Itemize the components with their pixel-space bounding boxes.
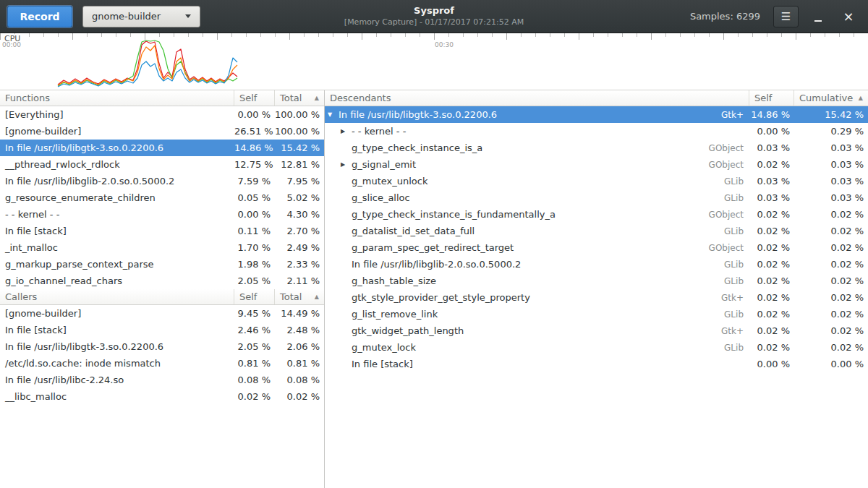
- functions-table-header: Functions Self Total ▲: [0, 90, 324, 106]
- table-row[interactable]: g_list_remove_link GLib 0.02 % 0.02 %: [325, 306, 868, 322]
- expander-icon[interactable]: ▶: [341, 128, 352, 134]
- column-self[interactable]: Self: [749, 90, 794, 106]
- table-row[interactable]: ▶ - - kernel - - 0.00 % 0.29 %: [325, 123, 868, 140]
- function-name-label: - - kernel - -: [352, 126, 406, 137]
- table-row[interactable]: g_mutex_lock GLib 0.02 % 0.02 %: [325, 339, 868, 356]
- function-name: g_resource_enumerate_children: [0, 192, 234, 203]
- function-name: g_markup_parse_context_parse: [0, 259, 234, 270]
- self-value: 0.02 %: [749, 159, 794, 170]
- table-row[interactable]: __pthread_rwlock_rdlock 12.75 % 12.81 %: [0, 156, 324, 173]
- total-value: 100.00 %: [275, 109, 324, 120]
- column-cumulative[interactable]: Cumulative ▲: [794, 90, 868, 106]
- total-value: 0.81 %: [275, 358, 324, 369]
- library-tag: GLib: [703, 276, 749, 286]
- self-value: 0.02 %: [749, 259, 794, 270]
- table-row[interactable]: [gnome-builder] 9.45 % 14.49 %: [0, 305, 324, 322]
- column-functions[interactable]: Functions: [0, 90, 234, 106]
- self-value: 2.05 %: [234, 275, 275, 286]
- table-row[interactable]: gtk_style_provider_get_style_property Gt…: [325, 289, 868, 306]
- menu-button[interactable]: ☰: [773, 6, 799, 27]
- function-name: ▶ g_signal_emit: [325, 159, 703, 170]
- function-name: gtk_widget_path_length: [325, 325, 703, 336]
- self-value: 0.03 %: [749, 192, 794, 203]
- table-row[interactable]: In file /usr/lib/libglib-2.0.so.0.5000.2…: [325, 256, 868, 273]
- column-self[interactable]: Self: [234, 90, 275, 106]
- column-descendants[interactable]: Descendants: [325, 90, 749, 106]
- function-name: g_io_channel_read_chars: [0, 275, 234, 286]
- record-button[interactable]: Record: [7, 6, 72, 27]
- table-row[interactable]: g_io_channel_read_chars 2.05 % 2.11 %: [0, 273, 324, 289]
- total-value: 7.95 %: [275, 176, 324, 187]
- table-row[interactable]: - - kernel - - 0.00 % 4.30 %: [0, 206, 324, 223]
- self-value: 0.00 %: [234, 109, 275, 120]
- table-row[interactable]: In file [stack] 2.46 % 2.48 %: [0, 322, 324, 338]
- process-selector-dropdown[interactable]: gnome-builder: [82, 6, 200, 27]
- expander-icon[interactable]: ▼: [328, 111, 339, 118]
- table-row[interactable]: g_markup_parse_context_parse 1.98 % 2.33…: [0, 256, 324, 273]
- function-name-label: gtk_style_provider_get_style_property: [352, 292, 530, 303]
- process-selector-value: gnome-builder: [92, 11, 161, 22]
- library-tag: GLib: [703, 176, 749, 187]
- table-row[interactable]: g_param_spec_get_redirect_target GObject…: [325, 239, 868, 256]
- library-tag: GLib: [703, 309, 749, 320]
- cumulative-value: 0.03 %: [794, 192, 868, 203]
- table-row[interactable]: /etc/ld.so.cache: inode mismatch 0.81 % …: [0, 355, 324, 372]
- cumulative-value: 0.02 %: [794, 242, 868, 253]
- function-name: /etc/ld.so.cache: inode mismatch: [0, 358, 234, 369]
- self-value: 0.02 %: [749, 309, 794, 320]
- cumulative-value: 0.29 %: [794, 126, 868, 137]
- table-row[interactable]: In file [stack] 0.11 % 2.70 %: [0, 223, 324, 239]
- table-row[interactable]: In file /usr/lib/libgtk-3.so.0.2200.6 14…: [0, 140, 324, 156]
- table-row[interactable]: g_slice_alloc GLib 0.03 % 0.03 %: [325, 189, 868, 206]
- table-row[interactable]: g_resource_enumerate_children 0.05 % 5.0…: [0, 189, 324, 206]
- sort-indicator-icon: ▲: [310, 95, 319, 101]
- function-name-label: g_list_remove_link: [352, 309, 438, 320]
- table-row[interactable]: g_datalist_id_set_data_full GLib 0.02 % …: [325, 223, 868, 239]
- table-row[interactable]: g_type_check_instance_is_fundamentally_a…: [325, 206, 868, 223]
- library-tag: GObject: [703, 243, 749, 253]
- table-row[interactable]: [Everything] 0.00 % 100.00 %: [0, 106, 324, 123]
- table-row[interactable]: g_type_check_instance_is_a GObject 0.03 …: [325, 140, 868, 156]
- function-name: In file [stack]: [325, 359, 703, 369]
- table-row[interactable]: gtk_widget_path_length Gtk+ 0.02 % 0.02 …: [325, 322, 868, 339]
- functions-table: [Everything] 0.00 % 100.00 % [gnome-buil…: [0, 106, 324, 289]
- table-row[interactable]: _int_malloc 1.70 % 2.49 %: [0, 239, 324, 256]
- self-value: 0.03 %: [749, 176, 794, 187]
- function-name-label: In file /usr/lib/libgtk-3.so.0.2200.6: [339, 109, 497, 120]
- column-total[interactable]: Total ▲: [275, 90, 324, 106]
- function-name: g_type_check_instance_is_fundamentally_a: [325, 209, 703, 220]
- total-value: 12.81 %: [275, 159, 324, 170]
- column-self[interactable]: Self: [234, 289, 275, 304]
- window-title-block: Sysprof [Memory Capture] - 01/17/2017 07…: [344, 4, 524, 27]
- cpu-timeline[interactable]: CPU 00:00 00:30: [0, 33, 868, 90]
- self-value: 1.70 %: [234, 242, 275, 253]
- total-value: 5.02 %: [275, 192, 324, 203]
- library-tag: GLib: [703, 343, 749, 353]
- table-row[interactable]: __libc_malloc 0.02 % 0.02 %: [0, 388, 324, 405]
- self-value: 0.00 %: [234, 209, 275, 220]
- function-name: In file /usr/lib/libgtk-3.so.0.2200.6: [0, 341, 234, 352]
- close-button[interactable]: ×: [842, 7, 855, 27]
- self-value: 0.08 %: [234, 374, 275, 385]
- table-row[interactable]: In file [stack] 0.00 % 0.00 %: [325, 356, 868, 372]
- table-row[interactable]: In file /usr/lib/libgtk-3.so.0.2200.6 2.…: [0, 338, 324, 355]
- table-row[interactable]: g_mutex_unlock GLib 0.03 % 0.03 %: [325, 173, 868, 189]
- table-row[interactable]: ▶ g_signal_emit GObject 0.02 % 0.03 %: [325, 156, 868, 173]
- minimize-button[interactable]: [812, 7, 825, 27]
- total-value: 2.49 %: [275, 242, 324, 253]
- library-tag: Gtk+: [703, 326, 749, 336]
- total-value: 0.02 %: [275, 391, 324, 402]
- chevron-down-icon: [185, 14, 191, 18]
- table-row[interactable]: [gnome-builder] 26.51 % 100.00 %: [0, 123, 324, 140]
- function-name: In file /usr/lib/libglib-2.0.so.0.5000.2: [325, 259, 703, 270]
- column-total[interactable]: Total ▲: [275, 289, 324, 304]
- self-value: 0.03 %: [749, 142, 794, 153]
- function-name: In file /usr/lib/libgtk-3.so.0.2200.6: [0, 142, 234, 153]
- table-row[interactable]: ▼ In file /usr/lib/libgtk-3.so.0.2200.6 …: [325, 106, 868, 123]
- table-row[interactable]: In file /usr/lib/libc-2.24.so 0.08 % 0.0…: [0, 372, 324, 388]
- table-row[interactable]: g_hash_table_size GLib 0.02 % 0.02 %: [325, 273, 868, 289]
- self-value: 0.81 %: [234, 358, 275, 369]
- expander-icon[interactable]: ▶: [341, 161, 352, 168]
- column-callers[interactable]: Callers: [0, 289, 234, 304]
- table-row[interactable]: In file /usr/lib/libglib-2.0.so.0.5000.2…: [0, 173, 324, 189]
